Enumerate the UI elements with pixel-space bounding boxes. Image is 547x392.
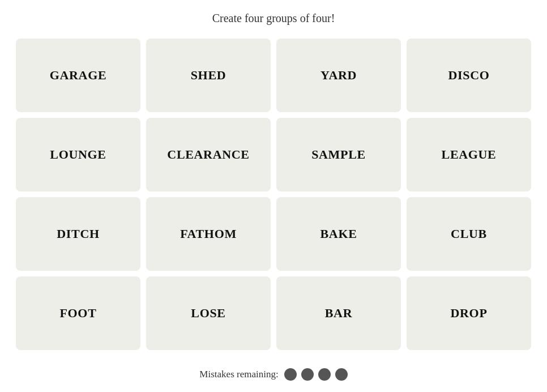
tile-label: YARD <box>320 68 357 83</box>
tile-label: LOSE <box>191 306 225 321</box>
tile-label: BAR <box>325 306 352 321</box>
tile-label: GARAGE <box>50 68 107 83</box>
mistake-dot-1 <box>284 368 297 381</box>
tile-fathom[interactable]: FATHOM <box>146 197 271 271</box>
tile-label: DROP <box>451 306 488 321</box>
tile-bar[interactable]: BAR <box>276 276 401 350</box>
tile-label: FOOT <box>60 306 97 321</box>
tile-clearance[interactable]: CLEARANCE <box>146 118 271 191</box>
mistakes-row: Mistakes remaining: <box>199 368 347 381</box>
tile-label: BAKE <box>320 227 357 241</box>
page-title: Create four groups of four! <box>212 12 335 25</box>
tile-label: CLEARANCE <box>167 147 249 162</box>
tile-yard[interactable]: YARD <box>276 39 401 112</box>
tile-bake[interactable]: BAKE <box>276 197 401 271</box>
tile-label: DISCO <box>448 68 490 83</box>
tile-lounge[interactable]: LOUNGE <box>16 118 140 191</box>
tile-label: LOUNGE <box>50 147 106 162</box>
tile-garage[interactable]: GARAGE <box>16 39 140 112</box>
mistake-dot-3 <box>318 368 331 381</box>
tile-shed[interactable]: SHED <box>146 39 271 112</box>
mistake-dot-2 <box>301 368 314 381</box>
mistakes-label: Mistakes remaining: <box>199 369 278 380</box>
tile-league[interactable]: LEAGUE <box>407 118 531 191</box>
tile-sample[interactable]: SAMPLE <box>276 118 401 191</box>
mistakes-dots <box>284 368 348 381</box>
tile-disco[interactable]: DISCO <box>407 39 531 112</box>
word-grid: GARAGESHEDYARDDISCOLOUNGECLEARANCESAMPLE… <box>16 39 531 350</box>
tile-club[interactable]: CLUB <box>407 197 531 271</box>
tile-drop[interactable]: DROP <box>407 276 531 350</box>
tile-lose[interactable]: LOSE <box>146 276 271 350</box>
tile-label: CLUB <box>451 227 487 241</box>
tile-foot[interactable]: FOOT <box>16 276 140 350</box>
tile-label: SAMPLE <box>311 147 366 162</box>
tile-label: SHED <box>191 68 227 83</box>
mistake-dot-4 <box>335 368 348 381</box>
tile-label: LEAGUE <box>442 147 497 162</box>
tile-label: FATHOM <box>180 227 237 241</box>
tile-ditch[interactable]: DITCH <box>16 197 140 271</box>
tile-label: DITCH <box>57 227 99 241</box>
